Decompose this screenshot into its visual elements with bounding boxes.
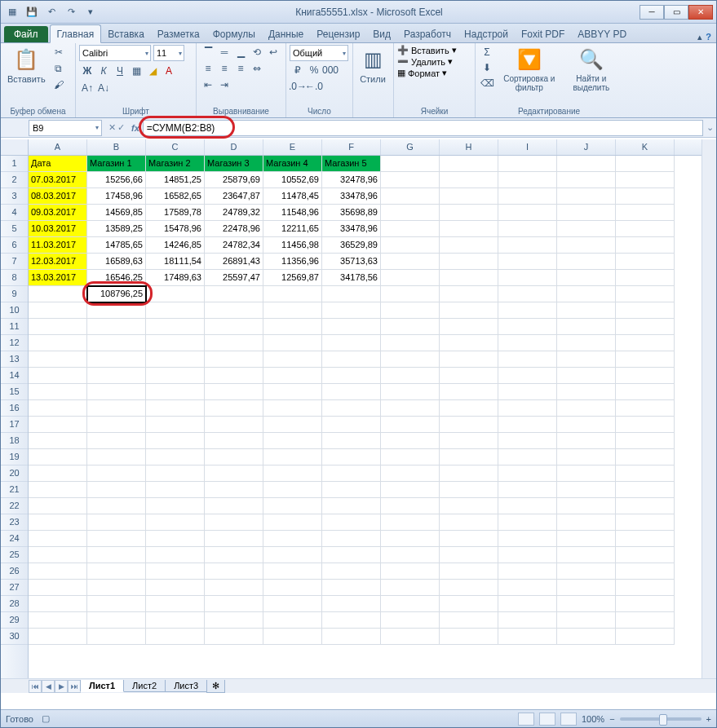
cell-F5[interactable]: 33478,96 [322,221,381,237]
cell-I6[interactable] [498,237,557,254]
cell-G29[interactable] [381,612,440,629]
cell-G12[interactable] [381,335,440,351]
cell-F1[interactable]: Магазин 5 [322,156,381,172]
row-header-6[interactable]: 6 [1,237,28,254]
cell-K16[interactable] [616,400,675,417]
cell-E11[interactable] [263,319,322,335]
find-select-button[interactable]: 🔍Найти и выделить [564,45,619,94]
cell-I20[interactable] [498,465,557,482]
cell-G2[interactable] [381,172,440,188]
cell-G28[interactable] [381,596,440,612]
cell-J19[interactable] [557,449,616,465]
cell-J8[interactable] [557,270,616,286]
cell-H4[interactable] [440,205,498,221]
number-format-combo[interactable]: Общий [290,45,348,61]
cell-J6[interactable] [557,237,616,254]
cell-B4[interactable]: 14569,85 [87,205,146,221]
next-sheet-button[interactable]: ▶ [55,680,68,693]
cell-J21[interactable] [557,482,616,498]
cell-C1[interactable]: Магазин 2 [146,156,205,172]
sort-filter-button[interactable]: 🔽Сортировка и фильтр [497,45,562,94]
cell-H9[interactable] [440,286,498,302]
cell-I12[interactable] [498,335,557,351]
cell-B15[interactable] [87,384,146,400]
last-sheet-button[interactable]: ⏭ [68,680,81,693]
cell-H2[interactable] [440,172,498,188]
cell-A19[interactable] [29,449,87,465]
cell-A23[interactable] [29,514,87,531]
cells-area[interactable]: ДатаМагазин 1Магазин 2Магазин 3Магазин 4… [29,156,702,678]
cell-J18[interactable] [557,433,616,449]
cell-H1[interactable] [440,156,498,172]
cell-J30[interactable] [557,629,616,645]
cell-B24[interactable] [87,531,146,547]
cell-J7[interactable] [557,254,616,270]
fill-color-button[interactable]: ◢ [144,64,161,78]
cell-F21[interactable] [322,482,381,498]
cell-J23[interactable] [557,514,616,531]
cell-F29[interactable] [322,612,381,629]
cell-G17[interactable] [381,417,440,433]
row-header-18[interactable]: 18 [1,433,28,449]
cell-E13[interactable] [263,351,322,368]
cell-C23[interactable] [146,514,205,531]
row-header-5[interactable]: 5 [1,221,28,237]
styles-button[interactable]: ▥Стили [356,45,389,86]
save-button[interactable]: 💾 [24,4,40,20]
tab-formulas[interactable]: Формулы [206,25,262,42]
cell-C20[interactable] [146,465,205,482]
cell-G26[interactable] [381,563,440,580]
col-header-B[interactable]: B [87,139,146,155]
sheet-tab-2[interactable]: Лист2 [123,680,166,692]
cell-H17[interactable] [440,417,498,433]
fx-icon[interactable]: fx [128,123,143,133]
cell-C7[interactable]: 18111,54 [146,254,205,270]
cell-F15[interactable] [322,384,381,400]
cell-H15[interactable] [440,384,498,400]
row-headers[interactable]: 1234567891011121314151617181920212223242… [1,156,29,693]
cell-C29[interactable] [146,612,205,629]
cell-K11[interactable] [616,319,675,335]
cell-B10[interactable] [87,302,146,319]
cell-H14[interactable] [440,368,498,384]
zoom-in-button[interactable]: + [706,714,711,724]
cell-D19[interactable] [205,449,263,465]
cell-J25[interactable] [557,547,616,563]
page-layout-view-button[interactable] [539,713,555,726]
cell-C2[interactable]: 14851,25 [146,172,205,188]
cell-I14[interactable] [498,368,557,384]
cell-I2[interactable] [498,172,557,188]
cell-H26[interactable] [440,563,498,580]
cell-I1[interactable] [498,156,557,172]
cell-E8[interactable]: 12569,87 [263,270,322,286]
cell-E28[interactable] [263,596,322,612]
cell-G10[interactable] [381,302,440,319]
cell-F3[interactable]: 33478,96 [322,188,381,205]
cell-K29[interactable] [616,612,675,629]
row-header-27[interactable]: 27 [1,580,28,596]
cell-B27[interactable] [87,580,146,596]
file-tab[interactable]: Файл [4,26,48,42]
cell-F14[interactable] [322,368,381,384]
cell-K4[interactable] [616,205,675,221]
cell-A2[interactable]: 07.03.2017 [29,172,87,188]
cell-K2[interactable] [616,172,675,188]
cell-I21[interactable] [498,482,557,498]
currency-button[interactable]: ₽ [290,63,306,77]
cell-C28[interactable] [146,596,205,612]
row-header-24[interactable]: 24 [1,531,28,547]
cell-B21[interactable] [87,482,146,498]
cell-E18[interactable] [263,433,322,449]
cut-button[interactable]: ✂ [51,45,67,60]
cell-C8[interactable]: 17489,63 [146,270,205,286]
cell-A17[interactable] [29,417,87,433]
cell-J3[interactable] [557,188,616,205]
clear-button[interactable]: ⌫ [479,76,495,90]
cell-B3[interactable]: 17458,96 [87,188,146,205]
row-header-12[interactable]: 12 [1,335,28,351]
row-header-13[interactable]: 13 [1,351,28,368]
row-header-21[interactable]: 21 [1,482,28,498]
cell-D10[interactable] [205,302,263,319]
cell-E10[interactable] [263,302,322,319]
cell-C5[interactable]: 15478,96 [146,221,205,237]
